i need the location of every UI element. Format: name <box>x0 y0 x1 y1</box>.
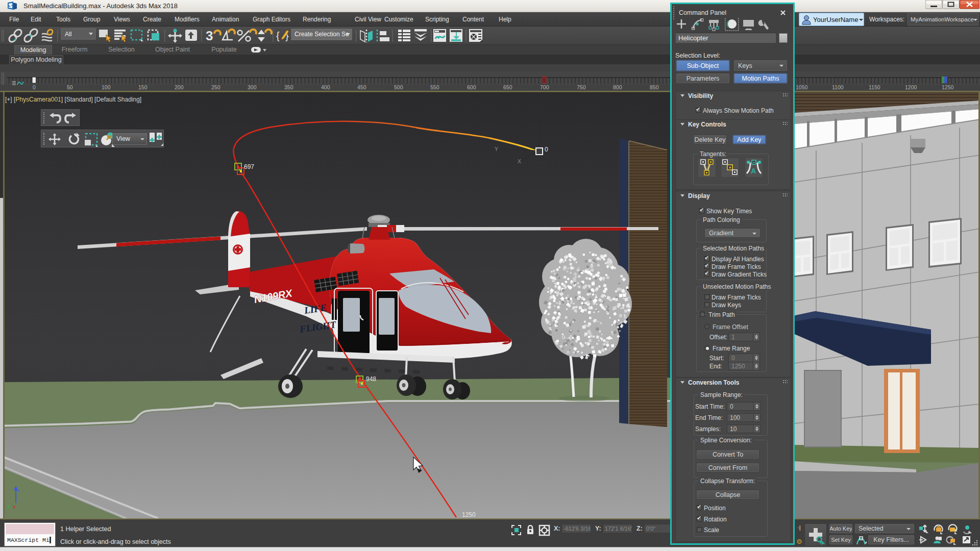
svg-text:697: 697 <box>244 163 254 170</box>
svg-text:y: y <box>7 503 10 509</box>
svg-text:Y: Y <box>495 146 498 152</box>
svg-text:1250: 1250 <box>462 511 476 518</box>
svg-text:X: X <box>518 158 521 164</box>
svg-text:948: 948 <box>366 375 376 383</box>
svg-text:x: x <box>13 504 16 510</box>
svg-text:0: 0 <box>545 146 548 153</box>
svg-text:3: 3 <box>206 28 213 43</box>
svg-text:All: All <box>65 31 71 38</box>
svg-text:Create Selection Se: Create Selection Se <box>295 31 349 38</box>
svg-text:{: { <box>276 30 280 41</box>
svg-text:A: A <box>751 167 756 175</box>
